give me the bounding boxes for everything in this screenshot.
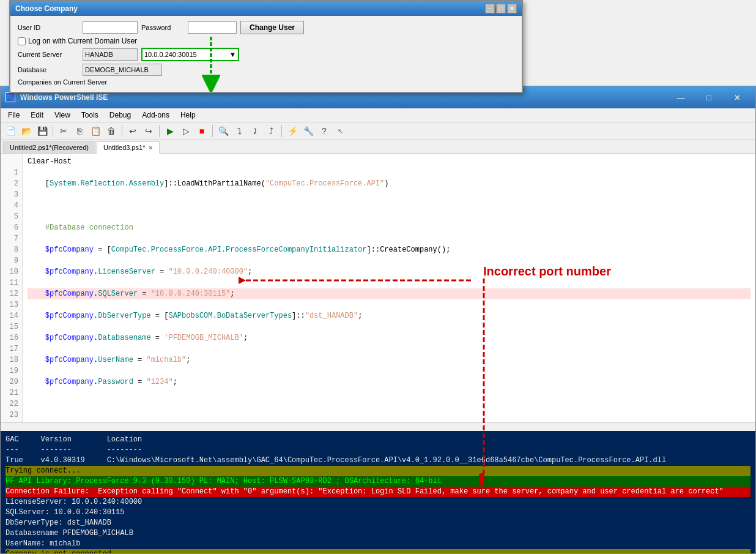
choose-company-dialog: Choose Company – □ ✕ User ID Password Ch… [9, 0, 523, 93]
change-user-button[interactable]: Change User [240, 21, 304, 34]
tab-untitled3[interactable]: Untitled3.ps1* ✕ [97, 141, 160, 154]
dialog-minimize-btn[interactable]: – [485, 4, 495, 13]
code-area: 1 2 3 4 5 6 7 8 9 10 11 12 13 14 15 16 1… [1, 154, 755, 422]
ps-editor: 1 2 3 4 5 6 7 8 9 10 11 12 13 14 15 16 1… [1, 154, 755, 431]
tb-stop-btn[interactable]: ■ [195, 124, 209, 138]
menu-edit[interactable]: Edit [26, 110, 48, 121]
menu-debug[interactable]: Debug [105, 110, 136, 121]
logon-label: Log on with Current Domain User [28, 37, 137, 45]
tb-sep3 [159, 125, 160, 137]
output-line-username: UserName: michalb [6, 539, 750, 549]
dialog-titlebar: Choose Company – □ ✕ [10, 1, 522, 16]
green-arrow-annotation [202, 37, 220, 92]
dialog-body: User ID Password Change User Log on with… [10, 16, 522, 92]
output-line-dbtype: DbServerType: dst_HANADB [6, 518, 750, 528]
ps-window-controls: — □ ✕ [667, 89, 750, 106]
ps-window: PS Windows PowerShell ISE — □ ✕ File Edi… [0, 86, 756, 554]
tb-open-btn[interactable]: 📂 [19, 124, 34, 138]
password-input[interactable] [188, 21, 237, 34]
output-line-3: True v4.0.30319 C:\Windows\Microsoft.Net… [6, 455, 750, 466]
output-line-notconnected: Company is not connected [6, 549, 750, 553]
tb-sep4 [212, 125, 213, 137]
red-vertical-line [479, 279, 489, 487]
userid-row: User ID Password Change User [18, 21, 514, 34]
ps-tabs: Untitled2.ps1*(Recovered) Untitled3.ps1*… [1, 140, 755, 154]
menu-help[interactable]: Help [176, 110, 201, 121]
output-line-license: LicenseServer: 10.0.0.240:40000 [6, 497, 750, 507]
menu-file[interactable]: File [3, 110, 24, 121]
dropdown-arrow-icon: ▼ [229, 51, 236, 58]
output-line-sql: SQLServer: 10.0.0.240:30115 [6, 507, 750, 518]
menu-addons[interactable]: Add-ons [137, 110, 174, 121]
database-value: DEMOGB_MICHALB [85, 66, 149, 73]
tb-clear-btn[interactable]: 🗑 [104, 124, 119, 138]
dialog-maximize-btn[interactable]: □ [496, 4, 506, 13]
cursor-indicator: ↖ [338, 127, 343, 135]
tb-step-btn[interactable]: ⤵ [232, 124, 246, 138]
tb-sep5 [281, 125, 282, 137]
server-name-value: HANADB [85, 51, 113, 58]
tb-run-btn[interactable]: ▶ [163, 124, 177, 138]
ps-output: GAC Version Location --- ------- -------… [1, 431, 755, 553]
ps-window-title: Windows PowerShell ISE [20, 93, 108, 102]
tb-undo-btn[interactable]: ↩ [125, 124, 140, 138]
tab-untitled3-label: Untitled3.ps1* [103, 144, 146, 151]
tb-copy-btn[interactable]: ⎘ [72, 124, 87, 138]
companies-label: Companies on Current Server [18, 78, 514, 86]
output-line-trying: Trying connect... [6, 466, 750, 476]
tb-cut-btn[interactable]: ✂ [56, 124, 71, 138]
dialog-close-btn[interactable]: ✕ [507, 4, 517, 13]
tb-new-btn[interactable]: 📄 [3, 124, 18, 138]
output-line-pf: PF API Library: ProcessForce 9.3 (9.30.1… [6, 476, 750, 487]
output-line-2: --- ------- -------- [6, 445, 750, 455]
database-value-box: DEMOGB_MICHALB [83, 64, 162, 76]
tab-untitled2[interactable]: Untitled2.ps1*(Recovered) [3, 141, 95, 153]
code-content[interactable]: Clear-Host [System.Reflection.Assembly]:… [23, 154, 755, 422]
ps-minimize-btn[interactable]: — [667, 89, 694, 106]
database-row: Database DEMOGB_MICHALB [18, 64, 514, 76]
database-label: Database [18, 66, 79, 73]
server-dropdown[interactable]: 10.0.0.240:30015 ▼ [141, 48, 239, 61]
userid-input[interactable] [83, 21, 138, 34]
tb-step-over-btn[interactable]: ⤸ [248, 124, 262, 138]
menu-view[interactable]: View [50, 110, 75, 121]
ps-app-icon: PS [6, 92, 15, 102]
output-line-dbname: Databasename PFDEMOGB_MICHALB [6, 528, 750, 539]
server-address-value: 10.0.0.240:30015 [144, 51, 197, 58]
tb-sep2 [122, 125, 122, 137]
dialog-title-controls: – □ ✕ [485, 4, 517, 13]
red-dashed-arrow [239, 274, 471, 286]
tb-step-out-btn[interactable]: ⤴ [264, 124, 278, 138]
server-name-box: HANADB [83, 48, 138, 61]
output-line-error: Connection Failure: Exception calling "C… [6, 487, 750, 497]
output-line-1: GAC Version Location [6, 435, 750, 445]
dialog-title: Choose Company [15, 4, 78, 13]
tb-show-addon-btn[interactable]: 🔧 [301, 124, 316, 138]
password-label: Password [141, 24, 184, 31]
tb-sep1 [53, 125, 53, 137]
tb-debug-btn[interactable]: 🔍 [216, 124, 231, 138]
ps-titlebar-left: PS Windows PowerShell ISE [6, 92, 108, 102]
server-row: Current Server HANADB 10.0.0.240:30015 ▼ [18, 48, 514, 61]
ps-maximize-btn[interactable]: □ [695, 89, 722, 106]
logon-row: Log on with Current Domain User [18, 37, 514, 45]
tb-help-btn[interactable]: ? [317, 124, 332, 138]
tb-paste-btn[interactable]: 📋 [88, 124, 103, 138]
menu-tools[interactable]: Tools [76, 110, 103, 121]
incorrect-port-annotation: Incorrect port number [483, 264, 611, 279]
tb-redo-btn[interactable]: ↪ [141, 124, 156, 138]
tb-save-btn[interactable]: 💾 [35, 124, 50, 138]
ps-menubar: File Edit View Tools Debug Add-ons Help [1, 108, 755, 122]
tb-snippet-btn[interactable]: ⚡ [285, 124, 300, 138]
tab-untitled3-close-icon[interactable]: ✕ [148, 144, 153, 151]
userid-label: User ID [18, 24, 79, 31]
line-numbers: 1 2 3 4 5 6 7 8 9 10 11 12 13 14 15 16 1… [1, 154, 23, 422]
tab-untitled2-label: Untitled2.ps1*(Recovered) [10, 144, 89, 151]
horizontal-scrollbar[interactable] [1, 422, 755, 431]
current-server-label: Current Server [18, 51, 79, 58]
logon-checkbox[interactable] [18, 37, 26, 45]
ps-close-btn[interactable]: ✕ [724, 89, 750, 106]
ps-toolbar: 📄 📂 💾 ✂ ⎘ 📋 🗑 ↩ ↪ ▶ ▷ ■ 🔍 ⤵ ⤸ ⤴ ⚡ 🔧 ? ↖ [1, 122, 755, 140]
tb-run-sel-btn[interactable]: ▷ [179, 124, 193, 138]
